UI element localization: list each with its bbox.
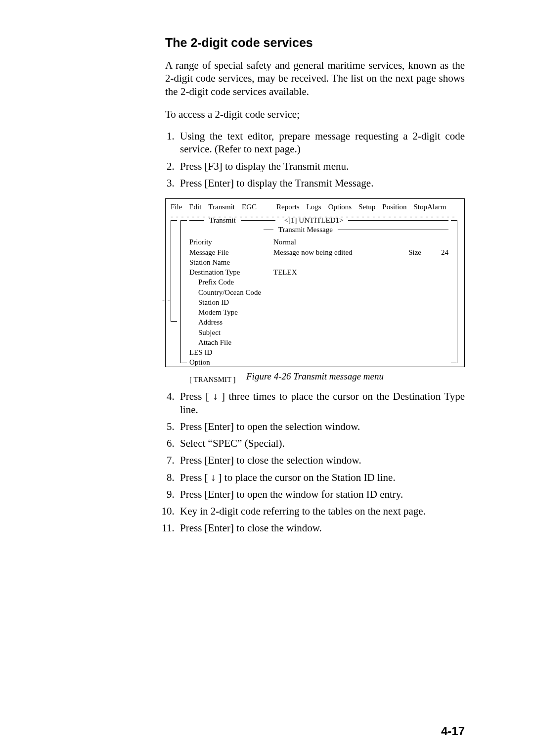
label: Country/Ocean Code bbox=[189, 287, 282, 297]
label: Attach File bbox=[189, 337, 282, 347]
list-item: Select “SPEC” (Special). bbox=[177, 437, 465, 450]
menu-item-file[interactable]: File bbox=[171, 202, 182, 212]
row-prefix-code[interactable]: Prefix Code bbox=[189, 277, 448, 287]
frame-corner bbox=[180, 357, 187, 363]
panel-title-line-1: Transmit <[1] UNTITLED1> bbox=[186, 216, 451, 225]
transmit-message-panel: Transmit <[1] UNTITLED1> Transmit Messag… bbox=[180, 220, 457, 363]
menu-item-logs[interactable]: Logs bbox=[307, 202, 321, 212]
rule bbox=[338, 230, 448, 230]
list-item: Press [Enter] to open the window for sta… bbox=[177, 488, 465, 501]
frame-side bbox=[457, 226, 457, 357]
row-country-ocean-code[interactable]: Country/Ocean Code bbox=[189, 287, 448, 297]
label: Destination Type bbox=[189, 267, 273, 277]
row-priority[interactable]: Priority Normal bbox=[189, 237, 448, 247]
label: Subject bbox=[189, 328, 282, 337]
panel-title-tab: <[1] UNTITLED1> bbox=[282, 215, 346, 225]
steps-list-a: Using the text editor, prepare message r… bbox=[165, 130, 465, 189]
value: Normal bbox=[273, 237, 448, 247]
page: The 2-digit code services A range of spe… bbox=[0, 0, 534, 756]
list-item: Key in 2-digit code referring to the tab… bbox=[177, 505, 465, 518]
transmit-form: Priority Normal Message File Message now… bbox=[189, 237, 448, 384]
steps-list-b: Press [ ↓ ] three times to place the cur… bbox=[165, 390, 465, 534]
menu-item-egc[interactable]: EGC bbox=[242, 202, 257, 212]
menu-item-setup[interactable]: Setup bbox=[358, 202, 375, 212]
menu-item-reports[interactable]: Reports bbox=[276, 202, 300, 212]
menu-item-edit[interactable]: Edit bbox=[189, 202, 201, 212]
rule bbox=[348, 220, 448, 221]
panel-title-transmit: Transmit bbox=[207, 215, 238, 225]
rule bbox=[241, 220, 275, 221]
row-station-name[interactable]: Station Name bbox=[189, 257, 448, 267]
row-option[interactable]: Option bbox=[189, 357, 448, 367]
transmit-button[interactable]: [ TRANSMIT ] bbox=[189, 375, 448, 384]
label: Address bbox=[189, 317, 282, 327]
row-subject[interactable]: Subject bbox=[189, 328, 448, 337]
list-item: Press [Enter] to display the Transmit Me… bbox=[177, 177, 465, 189]
rule bbox=[189, 220, 204, 221]
row-message-file[interactable]: Message File Message now being edited Si… bbox=[189, 247, 448, 257]
menu-item-transmit[interactable]: Transmit bbox=[208, 202, 235, 212]
label: Modem Type bbox=[189, 307, 282, 317]
list-item: Press [ ↓ ] to place the cursor on the S… bbox=[177, 471, 465, 484]
panel-title-transmit-message: Transmit Message bbox=[276, 225, 335, 235]
intro-paragraph-1: A range of special safety and general ma… bbox=[165, 59, 465, 98]
label: Station Name bbox=[189, 257, 273, 267]
frame-side bbox=[171, 226, 171, 315]
list-item: Using the text editor, prepare message r… bbox=[177, 130, 465, 156]
label: Prefix Code bbox=[189, 277, 282, 287]
panel-title-line-2: Transmit Message bbox=[186, 225, 451, 234]
rule bbox=[264, 230, 273, 230]
list-item: Press [ ↓ ] three times to place the cur… bbox=[177, 390, 465, 416]
list-item: Press [F3] to display the Transmit menu. bbox=[177, 160, 465, 173]
page-number: 4-17 bbox=[441, 724, 465, 738]
section-heading: The 2-digit code services bbox=[165, 36, 465, 50]
value: TELEX bbox=[273, 267, 448, 277]
list-item: Press [Enter] to close the window. bbox=[177, 521, 465, 534]
frame-corner bbox=[171, 315, 177, 322]
menu-item-options[interactable]: Options bbox=[328, 202, 352, 212]
menu-item-position[interactable]: Position bbox=[382, 202, 406, 212]
label: Priority bbox=[189, 237, 273, 247]
row-station-id[interactable]: Station ID bbox=[189, 297, 448, 307]
intro-paragraph-2: To access a 2-digit code service; bbox=[165, 108, 465, 121]
row-modem-type[interactable]: Modem Type bbox=[189, 307, 448, 317]
size-value: 24 bbox=[441, 247, 448, 257]
value bbox=[273, 257, 448, 267]
transmit-screen-mockup: File Edit Transmit EGC Reports Logs Opti… bbox=[165, 198, 465, 367]
list-item: Press [Enter] to close the selection win… bbox=[177, 454, 465, 467]
label: LES ID bbox=[189, 347, 273, 357]
label: Station ID bbox=[189, 297, 282, 307]
panels-area: - - Transmit <[1] UN bbox=[166, 220, 464, 367]
label: Message File bbox=[189, 247, 273, 257]
list-item: Press [Enter] to open the selection wind… bbox=[177, 420, 465, 433]
frame-corner bbox=[451, 357, 457, 363]
menu-spacer bbox=[264, 202, 269, 212]
row-les-id[interactable]: LES ID bbox=[189, 347, 448, 357]
size-label: Size bbox=[408, 247, 441, 257]
value: Message now being edited bbox=[273, 247, 408, 257]
row-address[interactable]: Address bbox=[189, 317, 448, 327]
figure-transmit-menu: File Edit Transmit EGC Reports Logs Opti… bbox=[165, 198, 465, 382]
menu-bar: File Edit Transmit EGC Reports Logs Opti… bbox=[166, 199, 464, 213]
row-destination-type[interactable]: Destination Type TELEX bbox=[189, 267, 448, 277]
frame-corner bbox=[171, 220, 177, 227]
label: Option bbox=[189, 357, 273, 367]
frame-side bbox=[180, 226, 181, 357]
frame-dash-mark: - - bbox=[162, 294, 171, 304]
row-attach-file[interactable]: Attach File bbox=[189, 337, 448, 347]
menu-item-stopalarm[interactable]: StopAlarm bbox=[414, 202, 446, 212]
